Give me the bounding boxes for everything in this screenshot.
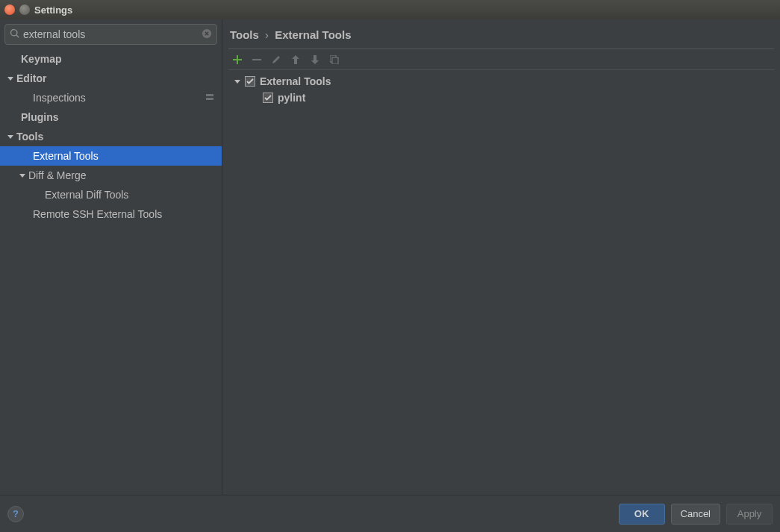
window-title: Settings — [34, 4, 72, 16]
chevron-down-icon — [7, 135, 13, 139]
breadcrumb: Tools › External Tools — [222, 19, 780, 48]
chevron-down-icon — [234, 80, 240, 84]
tool-checkbox[interactable] — [263, 93, 273, 103]
clear-search-icon[interactable] — [202, 28, 212, 41]
svg-rect-1 — [206, 94, 213, 96]
window-close-button[interactable] — [4, 4, 15, 15]
breadcrumb-current: External Tools — [275, 28, 351, 41]
chevron-down-icon — [7, 77, 13, 81]
footer: ? OK Cancel Apply — [0, 495, 780, 532]
svg-rect-3 — [252, 59, 261, 60]
external-tools-panel: External Tools pylint — [228, 48, 774, 490]
window-minimize-button[interactable] — [19, 4, 30, 15]
tools-group-row[interactable]: External Tools — [228, 73, 774, 90]
sidebar-item-keymap[interactable]: Keymap — [0, 49, 222, 69]
main-area: Keymap Editor Inspections Plugins Tools … — [0, 19, 780, 495]
edit-button[interactable] — [270, 51, 282, 68]
sidebar-item-tools[interactable]: Tools — [0, 127, 222, 146]
sidebar-item-external-tools[interactable]: External Tools — [0, 146, 222, 166]
copy-button[interactable] — [328, 51, 340, 68]
sidebar-item-plugins[interactable]: Plugins — [0, 107, 222, 127]
svg-rect-2 — [206, 98, 213, 100]
svg-rect-5 — [332, 57, 338, 64]
sidebar-item-inspections[interactable]: Inspections — [0, 88, 222, 107]
cancel-button[interactable]: Cancel — [671, 504, 720, 525]
content-panel: Tools › External Tools — [222, 19, 780, 495]
sidebar: Keymap Editor Inspections Plugins Tools … — [0, 19, 222, 495]
ok-button[interactable]: OK — [619, 504, 665, 525]
sidebar-item-remote-ssh-external-tools[interactable]: Remote SSH External Tools — [0, 204, 222, 224]
search-input[interactable] — [20, 28, 202, 40]
tool-item-row[interactable]: pylint — [228, 90, 774, 106]
sidebar-item-editor[interactable]: Editor — [0, 69, 222, 88]
toolbar — [228, 49, 774, 70]
settings-tree[interactable]: Keymap Editor Inspections Plugins Tools … — [0, 49, 222, 495]
remove-button[interactable] — [251, 51, 263, 68]
move-up-button[interactable] — [290, 51, 302, 68]
apply-button[interactable]: Apply — [726, 504, 773, 525]
help-button[interactable]: ? — [7, 506, 24, 522]
chevron-down-icon — [19, 174, 25, 178]
breadcrumb-separator: › — [265, 28, 269, 41]
sidebar-item-diff-merge[interactable]: Diff & Merge — [0, 166, 222, 185]
titlebar: Settings — [0, 0, 780, 19]
group-label: External Tools — [260, 75, 331, 87]
project-override-icon — [205, 92, 214, 104]
tool-label: pylint — [278, 92, 305, 104]
tools-tree[interactable]: External Tools pylint — [228, 70, 774, 490]
search-icon — [10, 28, 20, 41]
add-button[interactable] — [231, 51, 243, 68]
search-box[interactable] — [4, 24, 217, 45]
sidebar-item-external-diff-tools[interactable]: External Diff Tools — [0, 185, 222, 204]
group-checkbox[interactable] — [245, 76, 255, 87]
breadcrumb-parent[interactable]: Tools — [230, 28, 259, 41]
move-down-button[interactable] — [309, 51, 321, 68]
